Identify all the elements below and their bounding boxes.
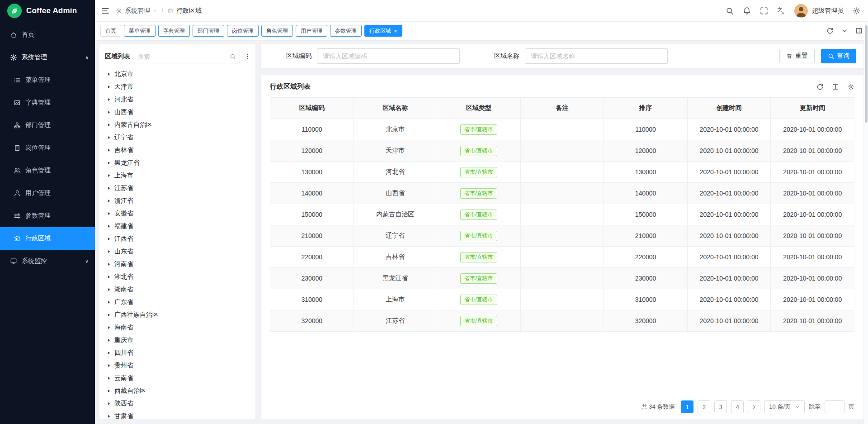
- sidebar-item[interactable]: 首页: [0, 24, 95, 46]
- sidebar-item[interactable]: 系统监控 ∨: [0, 250, 95, 272]
- tree-item[interactable]: 山东省: [105, 245, 251, 258]
- caret-right-icon[interactable]: [107, 376, 111, 381]
- app-logo[interactable]: Coffee Admin: [0, 0, 95, 22]
- tree-item[interactable]: 甘肃省: [105, 410, 251, 419]
- refresh-icon[interactable]: [826, 27, 834, 34]
- tab[interactable]: 用户管理: [296, 25, 327, 37]
- tree-item[interactable]: 湖北省: [105, 271, 251, 283]
- breadcrumb-level1[interactable]: 系统管理: [125, 7, 150, 15]
- table-settings-gear-icon[interactable]: [847, 83, 854, 91]
- column-height-icon[interactable]: [832, 83, 839, 91]
- caret-right-icon[interactable]: [107, 275, 111, 279]
- scrollbar-thumb[interactable]: [865, 25, 868, 123]
- tab[interactable]: 参数管理: [330, 25, 362, 37]
- sidebar-item[interactable]: 行政区域: [0, 227, 95, 250]
- sidebar-item[interactable]: 部门管理: [0, 114, 95, 137]
- tab[interactable]: 字典管理: [158, 25, 190, 37]
- tree-item[interactable]: 福建省: [105, 220, 251, 233]
- caret-right-icon[interactable]: [107, 173, 111, 178]
- tree-item[interactable]: 重庆市: [105, 334, 251, 347]
- search-button[interactable]: 查询: [821, 49, 856, 63]
- tab[interactable]: 角色管理: [261, 25, 293, 37]
- tree-item[interactable]: 天津市: [105, 81, 251, 93]
- tree-item[interactable]: 江苏省: [105, 182, 251, 195]
- tree-search-input[interactable]: [138, 53, 227, 60]
- search-icon[interactable]: [726, 7, 734, 15]
- page-scrollbar[interactable]: [864, 22, 868, 424]
- caret-right-icon[interactable]: [107, 338, 111, 343]
- translate-icon[interactable]: 文A: [777, 7, 785, 15]
- tree-item[interactable]: 湖南省: [105, 283, 251, 296]
- caret-right-icon[interactable]: [107, 325, 111, 330]
- caret-right-icon[interactable]: [107, 110, 111, 114]
- tab[interactable]: 岗位管理: [227, 25, 259, 37]
- caret-right-icon[interactable]: [107, 161, 111, 165]
- table-row[interactable]: 110000 北京市 省市/直辖市 110000 2020-10-01 00:0…: [270, 119, 854, 140]
- caret-right-icon[interactable]: [107, 135, 111, 140]
- next-page-button[interactable]: [748, 400, 760, 413]
- caret-right-icon[interactable]: [107, 148, 111, 152]
- tab[interactable]: 菜单管理: [124, 25, 156, 37]
- tab[interactable]: 部门管理: [193, 25, 224, 37]
- page-button[interactable]: 4: [731, 400, 744, 413]
- tree-item[interactable]: 黑龙江省: [105, 157, 251, 169]
- tab[interactable]: 首页: [100, 25, 121, 37]
- tree-item[interactable]: 江西省: [105, 233, 251, 245]
- refresh-icon[interactable]: [816, 83, 824, 91]
- tree-item[interactable]: 西藏自治区: [105, 385, 251, 397]
- page-button[interactable]: 2: [698, 400, 710, 413]
- table-row[interactable]: 220000 吉林省 省市/直辖市 220000 2020-10-01 00:0…: [270, 247, 854, 268]
- table-row[interactable]: 140000 山西省 省市/直辖市 140000 2020-10-01 00:0…: [270, 183, 854, 204]
- sidebar-item[interactable]: 参数管理: [0, 205, 95, 227]
- table-row[interactable]: 150000 内蒙古自治区 省市/直辖市 150000 2020-10-01 0…: [270, 204, 854, 225]
- reset-button[interactable]: 重置: [779, 49, 815, 63]
- caret-right-icon[interactable]: [107, 199, 111, 203]
- sidebar-item[interactable]: 岗位管理: [0, 137, 95, 159]
- table-row[interactable]: 210000 辽宁省 省市/直辖市 210000 2020-10-01 00:0…: [270, 225, 854, 247]
- caret-right-icon[interactable]: [107, 224, 111, 229]
- table-row[interactable]: 130000 河北省 省市/直辖市 130000 2020-10-01 00:0…: [270, 162, 854, 183]
- collapse-sidebar-icon[interactable]: [101, 7, 109, 15]
- tree-item[interactable]: 四川省: [105, 347, 251, 359]
- tree-item[interactable]: 上海市: [105, 169, 251, 182]
- sidebar-item[interactable]: 用户管理: [0, 182, 95, 205]
- caret-right-icon[interactable]: [107, 363, 111, 368]
- caret-right-icon[interactable]: [107, 351, 111, 355]
- tree-item[interactable]: 内蒙古自治区: [105, 119, 251, 131]
- caret-right-icon[interactable]: [107, 72, 111, 76]
- settings-gear-icon[interactable]: [853, 7, 861, 15]
- page-button[interactable]: 3: [714, 400, 727, 413]
- tree-item[interactable]: 北京市: [105, 68, 251, 81]
- caret-right-icon[interactable]: [107, 97, 111, 102]
- tree-item[interactable]: 贵州省: [105, 359, 251, 372]
- tab[interactable]: 行政区域 ×: [364, 25, 402, 37]
- table-row[interactable]: 310000 上海市 省市/直辖市 310000 2020-10-01 00:0…: [270, 289, 854, 310]
- chevron-down-icon[interactable]: [841, 27, 848, 34]
- user-menu[interactable]: 超级管理员: [794, 4, 844, 18]
- tree-item[interactable]: 云南省: [105, 372, 251, 385]
- tree-item[interactable]: 广东省: [105, 296, 251, 309]
- table-row[interactable]: 320000 江苏省 省市/直辖市 320000 2020-10-01 00:0…: [270, 310, 854, 332]
- caret-right-icon[interactable]: [107, 123, 111, 127]
- bell-icon[interactable]: [743, 7, 751, 15]
- caret-right-icon[interactable]: [107, 237, 111, 241]
- region-code-input[interactable]: [317, 48, 460, 64]
- caret-right-icon[interactable]: [107, 300, 111, 305]
- caret-right-icon[interactable]: [107, 401, 111, 406]
- tree-item[interactable]: 广西壮族自治区: [105, 309, 251, 321]
- sidebar-item[interactable]: 角色管理: [0, 159, 95, 182]
- caret-right-icon[interactable]: [107, 186, 111, 191]
- region-name-input[interactable]: [525, 48, 668, 64]
- jump-page-input[interactable]: [825, 400, 844, 413]
- tree-item[interactable]: 陕西省: [105, 397, 251, 410]
- tree-item[interactable]: 河南省: [105, 258, 251, 271]
- tree-item[interactable]: 河北省: [105, 93, 251, 106]
- caret-right-icon[interactable]: [107, 85, 111, 89]
- sidebar-item[interactable]: 菜单管理: [0, 69, 95, 91]
- tree-item[interactable]: 浙江省: [105, 195, 251, 207]
- tab-close-icon[interactable]: ×: [394, 28, 397, 34]
- fullscreen-icon[interactable]: [760, 7, 768, 15]
- caret-right-icon[interactable]: [107, 313, 111, 317]
- caret-right-icon[interactable]: [107, 287, 111, 292]
- tree-item[interactable]: 辽宁省: [105, 131, 251, 144]
